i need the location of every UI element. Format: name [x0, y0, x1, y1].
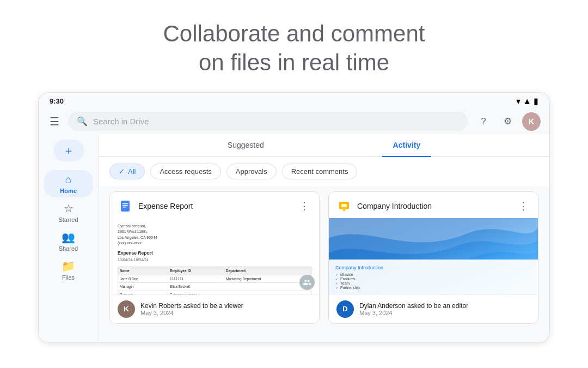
svg-rect-7	[342, 209, 346, 210]
company-card-header: Company Introduction ⋮	[329, 192, 538, 218]
home-icon: ⌂	[65, 173, 71, 186]
dylan-avatar: D	[336, 300, 354, 318]
table-row: Manager Elisa Beckett	[118, 283, 311, 291]
filter-chip-all[interactable]: ✓ All	[109, 164, 145, 179]
slides-preview: Company Introduction Mission Products Te…	[329, 218, 538, 294]
signal-icon: ▲	[523, 96, 531, 106]
user-avatar[interactable]: K	[522, 112, 541, 131]
expense-preview-content: Cymbal account, 2901 West 118th, Los Ang…	[110, 218, 319, 294]
battery-icon: ▮	[534, 96, 538, 106]
hero-section: Collaborate and comment on files in real…	[163, 0, 425, 92]
hero-title: Collaborate and comment on files in real…	[163, 20, 425, 77]
expense-report-card: Expense Report ⋮ Cymbal account, 2901 We…	[109, 191, 320, 324]
sidebar: ＋ ⌂ Home ☆ Starred 👥 Shared 📁 Files	[39, 134, 99, 342]
tab-suggested[interactable]: Suggested	[217, 134, 275, 157]
company-person-date: May 3, 2024	[359, 310, 530, 316]
expense-report-date: 10/04/24-10/04/24	[118, 257, 311, 263]
sidebar-item-shared-label: Shared	[59, 245, 78, 252]
table-header-dept: Department	[224, 267, 311, 275]
docs-icon	[118, 198, 133, 214]
search-bar[interactable]: 🔍 Search in Drive	[68, 112, 468, 131]
svg-rect-1	[122, 203, 128, 204]
sidebar-item-starred-label: Starred	[58, 216, 78, 223]
table-row: Purpose Expense purpose	[118, 291, 311, 294]
sidebar-item-shared[interactable]: 👥 Shared	[44, 227, 93, 255]
shared-icon: 👥	[62, 231, 75, 244]
table-cell-dept: Marketing Department	[224, 275, 311, 283]
expense-card-menu[interactable]: ⋮	[297, 199, 311, 213]
device-frame: 9:30 ▾ ▲ ▮ ☰ 🔍 Search in Drive ? ⚙ K ＋ ⌂…	[38, 92, 550, 343]
kevin-avatar: K	[118, 300, 135, 318]
table-cell-purpose-val: Expense purpose	[168, 291, 311, 294]
filter-chip-approvals-label: Approvals	[236, 167, 267, 176]
svg-rect-0	[121, 201, 130, 212]
expense-report-title: Expense Report	[118, 250, 311, 257]
slides-icon	[336, 198, 352, 214]
cards-grid: Expense Report ⋮ Cymbal account, 2901 We…	[99, 186, 549, 329]
status-icons: ▾ ▲ ▮	[516, 96, 538, 106]
sidebar-item-files-label: Files	[62, 274, 75, 281]
expense-person-date: May 3, 2024	[140, 310, 311, 316]
filter-chip-access[interactable]: Access requests	[150, 164, 220, 179]
company-card-title: Company Introduction	[357, 202, 511, 210]
table-cell-name: Jane B.Doe	[118, 275, 168, 283]
expense-card-preview: Cymbal account, 2901 West 118th, Los Ang…	[110, 218, 319, 294]
company-footer-text: Dylan Anderson asked to be an editor May…	[359, 302, 530, 316]
svg-rect-5	[341, 204, 347, 207]
table-header-empid: Employee ID	[168, 267, 224, 275]
company-card-preview: Company Introduction Mission Products Te…	[329, 218, 538, 294]
folder-icon: 📁	[62, 260, 75, 273]
content-area: Suggested Activity ✓ All Access requests…	[99, 134, 549, 342]
svg-rect-2	[122, 205, 128, 206]
slides-bullet-team: Team	[335, 281, 531, 285]
sidebar-item-home-label: Home	[60, 188, 77, 194]
table-cell-purpose-label: Purpose	[118, 291, 168, 294]
checkmark-icon: ✓	[119, 167, 125, 176]
status-time: 9:30	[50, 97, 64, 105]
wifi-icon: ▾	[516, 96, 520, 106]
filter-chip-access-label: Access requests	[160, 167, 211, 176]
help-button[interactable]: ?	[474, 112, 493, 131]
company-card-menu[interactable]: ⋮	[516, 199, 530, 213]
hamburger-button[interactable]: ☰	[47, 113, 62, 130]
filter-chip-comments-label: Recent comments	[291, 167, 348, 176]
tabs-row: Suggested Activity	[99, 134, 549, 157]
expense-card-footer: K Kevin Roberts asked to be a viewer May…	[110, 294, 319, 323]
share-avatar-overlay	[299, 275, 315, 290]
table-header-name: Name	[118, 267, 168, 275]
svg-rect-3	[122, 207, 126, 208]
search-icon: 🔍	[77, 116, 88, 126]
tab-activity[interactable]: Activity	[382, 134, 432, 157]
star-icon: ☆	[64, 202, 74, 215]
sidebar-item-home[interactable]: ⌂ Home	[44, 170, 93, 197]
status-bar: 9:30 ▾ ▲ ▮	[39, 93, 549, 108]
company-address: Cymbal account, 2901 West 118th, Los Ang…	[118, 224, 311, 246]
sidebar-item-starred[interactable]: ☆ Starred	[44, 198, 93, 226]
table-cell-manager-label: Manager	[118, 283, 168, 291]
filter-chip-all-label: All	[128, 167, 136, 176]
filter-chip-approvals[interactable]: Approvals	[226, 164, 277, 179]
slides-bullet-products: Products	[335, 277, 531, 281]
top-bar-actions: ? ⚙ K	[474, 112, 541, 131]
expense-table: Name Employee ID Department Jane B.Doe 1…	[118, 267, 311, 294]
company-person-name: Dylan Anderson asked to be an editor	[359, 302, 530, 310]
filter-row: ✓ All Access requests Approvals Recent c…	[99, 157, 549, 186]
slides-bullet-mission: Mission	[335, 273, 531, 276]
table-cell-empid: 1111111	[168, 275, 224, 283]
company-intro-card: Company Introduction ⋮ Com	[328, 191, 538, 324]
main-content: ＋ ⌂ Home ☆ Starred 👥 Shared 📁 Files	[39, 134, 549, 342]
slides-content-overlay: Company Introduction Mission Products Te…	[329, 260, 538, 294]
expense-card-header: Expense Report ⋮	[110, 192, 319, 218]
table-cell-manager-val: Elisa Beckett	[168, 283, 311, 291]
slides-bullet-partnership: Partnership	[335, 286, 531, 289]
top-bar: ☰ 🔍 Search in Drive ? ⚙ K	[39, 108, 549, 134]
expense-card-title: Expense Report	[138, 202, 292, 210]
expense-person-name: Kevin Roberts asked to be a viewer	[140, 302, 311, 310]
company-card-footer: D Dylan Anderson asked to be an editor M…	[329, 294, 538, 323]
table-row: Jane B.Doe 1111111 Marketing Department	[118, 275, 311, 283]
filter-chip-comments[interactable]: Recent comments	[282, 164, 358, 179]
new-button[interactable]: ＋	[53, 140, 84, 161]
sidebar-item-files[interactable]: 📁 Files	[44, 256, 93, 284]
settings-button[interactable]: ⚙	[498, 112, 517, 131]
expense-footer-text: Kevin Roberts asked to be a viewer May 3…	[140, 302, 311, 316]
